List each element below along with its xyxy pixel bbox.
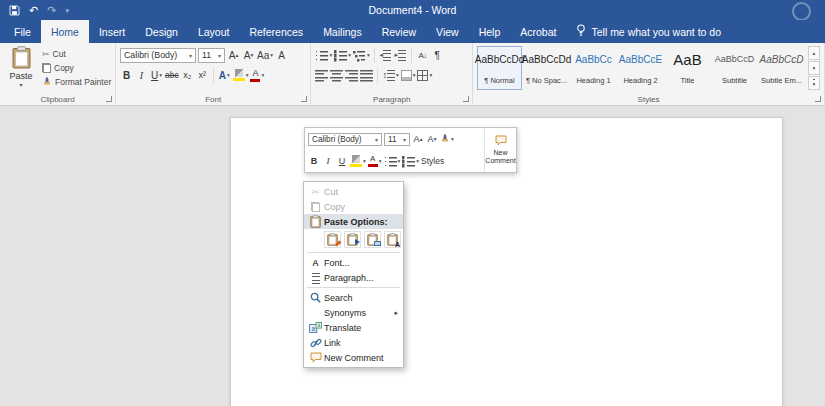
- numbering-icon: [334, 49, 347, 62]
- clipboard-dialog-launcher[interactable]: [106, 96, 112, 102]
- line-spacing-button[interactable]: ↕▾: [382, 67, 398, 83]
- tab-mailings[interactable]: Mailings: [313, 20, 372, 43]
- style-subtitle[interactable]: AaBbCcD Subtitle: [712, 46, 757, 90]
- mini-bullets-button[interactable]: ▾: [384, 154, 401, 168]
- menu-item-search[interactable]: Search: [304, 290, 403, 305]
- shading-button[interactable]: ▾: [401, 67, 416, 83]
- decrease-indent-button[interactable]: ◂: [379, 47, 392, 63]
- paragraph-dialog-launcher[interactable]: [463, 96, 469, 102]
- letter-a-badge-icon: A: [395, 241, 400, 248]
- menu-label-paste-options: Paste Options:: [324, 217, 388, 227]
- multilevel-list-button[interactable]: ▾: [353, 47, 370, 63]
- paste-keep-text-only-button[interactable]: A: [384, 231, 401, 248]
- style-normal[interactable]: AaBbCcDd ¶ Normal: [477, 46, 522, 90]
- tell-me-box[interactable]: Tell me what you want to do: [566, 20, 731, 43]
- strikethrough-button[interactable]: abc: [165, 67, 179, 83]
- mini-bold-button[interactable]: B: [308, 154, 320, 168]
- menu-item-synonyms[interactable]: Synonyms ▸: [304, 305, 403, 320]
- increase-indent-button[interactable]: ▸: [394, 47, 407, 63]
- cut-button[interactable]: ✂ Cut: [42, 48, 111, 60]
- mini-text-highlight-button[interactable]: ▾: [350, 154, 366, 168]
- style-no-spacing[interactable]: AaBbCcDd ¶ No Spac...: [524, 46, 569, 90]
- paste-button[interactable]: Paste ▾: [4, 46, 38, 92]
- style-heading-2[interactable]: AaBbCcE Heading 2: [618, 46, 663, 90]
- tab-view[interactable]: View: [426, 20, 469, 43]
- align-center-button[interactable]: [330, 67, 343, 83]
- undo-icon[interactable]: ↶: [29, 5, 38, 16]
- customize-quick-access-icon[interactable]: ▾: [65, 7, 69, 14]
- menu-item-copy[interactable]: Copy: [304, 199, 403, 214]
- font-dialog-launcher[interactable]: [301, 96, 307, 102]
- tab-layout[interactable]: Layout: [188, 20, 240, 43]
- menu-item-font[interactable]: A Font...: [304, 255, 403, 270]
- tab-design[interactable]: Design: [135, 20, 188, 43]
- style-title[interactable]: AaB Title: [665, 46, 710, 90]
- format-painter-label: Format Painter: [55, 77, 111, 87]
- clear-formatting-button[interactable]: A: [275, 47, 288, 63]
- subscript-button[interactable]: x₂: [181, 67, 194, 83]
- italic-button[interactable]: I: [135, 67, 148, 83]
- mini-underline-button[interactable]: U: [336, 154, 348, 168]
- menu-item-paragraph[interactable]: Paragraph...: [304, 270, 403, 285]
- text-highlight-button[interactable]: ▾: [233, 67, 249, 83]
- superscript-button[interactable]: x²: [196, 67, 209, 83]
- text-effects-button[interactable]: A▾: [218, 67, 231, 83]
- styles-dialog-launcher[interactable]: [815, 96, 821, 102]
- tab-file[interactable]: File: [4, 20, 41, 43]
- change-case-button[interactable]: Aa▾: [257, 47, 273, 63]
- mini-font-size-combo[interactable]: 11 ▾: [384, 133, 410, 146]
- tab-help[interactable]: Help: [469, 20, 511, 43]
- align-right-button[interactable]: [345, 67, 358, 83]
- bullets-button[interactable]: ▾: [315, 47, 332, 63]
- menu-item-cut[interactable]: ✂ Cut: [304, 184, 403, 199]
- mini-new-comment-button[interactable]: New Comment: [484, 128, 516, 172]
- style-heading-1[interactable]: AaBbCc Heading 1: [571, 46, 616, 90]
- styles-more-button[interactable]: ▾: [808, 76, 820, 90]
- chevron-down-icon: ▾: [270, 52, 273, 58]
- mini-format-painter-button[interactable]: ▾: [440, 132, 454, 146]
- show-hide-button[interactable]: ¶: [431, 47, 444, 63]
- menu-item-new-comment[interactable]: New Comment: [304, 350, 403, 365]
- mini-italic-button[interactable]: I: [322, 154, 334, 168]
- separator: [377, 68, 378, 83]
- justify-button[interactable]: [360, 67, 373, 83]
- tab-home[interactable]: Home: [41, 20, 89, 43]
- menu-item-link[interactable]: Link: [304, 335, 403, 350]
- save-icon[interactable]: [9, 5, 20, 16]
- font-color-button[interactable]: A▾: [250, 67, 264, 83]
- mini-numbering-button[interactable]: ▾: [402, 154, 419, 168]
- numbering-button[interactable]: ▾: [334, 47, 351, 63]
- redo-icon[interactable]: ↷: [47, 5, 56, 16]
- menu-item-translate[interactable]: aâ Translate: [304, 320, 403, 335]
- mini-shrink-font-button[interactable]: A▾: [426, 132, 438, 146]
- mini-grow-font-button[interactable]: A▴: [412, 132, 424, 146]
- menu-label-cut: Cut: [324, 187, 338, 197]
- tab-review[interactable]: Review: [372, 20, 426, 43]
- mini-styles-button[interactable]: Styles: [421, 154, 444, 168]
- styles-scroll-up-button[interactable]: ▴: [808, 46, 820, 60]
- paste-picture-button[interactable]: [364, 231, 381, 248]
- align-left-button[interactable]: [315, 67, 328, 83]
- separator: [213, 68, 214, 83]
- mini-font-name-combo[interactable]: Calibri (Body) ▾: [308, 133, 382, 146]
- shrink-font-button[interactable]: A▾: [242, 47, 255, 63]
- tab-references[interactable]: References: [239, 20, 313, 43]
- menu-label-synonyms: Synonyms: [324, 308, 366, 318]
- format-painter-button[interactable]: Format Painter: [42, 76, 111, 88]
- font-name-combo[interactable]: Calibri (Body) ▾: [120, 48, 196, 63]
- underline-button[interactable]: U▾: [150, 67, 163, 83]
- tab-insert[interactable]: Insert: [89, 20, 135, 43]
- mini-font-color-button[interactable]: A▾: [368, 154, 382, 168]
- style-subtle-emphasis[interactable]: AaBbCcD Subtle Em...: [759, 46, 804, 90]
- borders-button[interactable]: ▾: [417, 67, 432, 83]
- paste-keep-source-formatting-button[interactable]: [324, 231, 341, 248]
- paste-merge-formatting-button[interactable]: [344, 231, 361, 248]
- grow-font-button[interactable]: A▴: [227, 47, 240, 63]
- tab-acrobat[interactable]: Acrobat: [510, 20, 566, 43]
- styles-scroll-down-button[interactable]: ▾: [808, 61, 820, 75]
- font-size-combo[interactable]: 11 ▾: [198, 48, 225, 63]
- bold-button[interactable]: B: [120, 67, 133, 83]
- sort-button[interactable]: A↓: [416, 47, 429, 63]
- copy-button[interactable]: Copy: [42, 62, 111, 74]
- style-preview: AaBbCcD: [760, 49, 803, 69]
